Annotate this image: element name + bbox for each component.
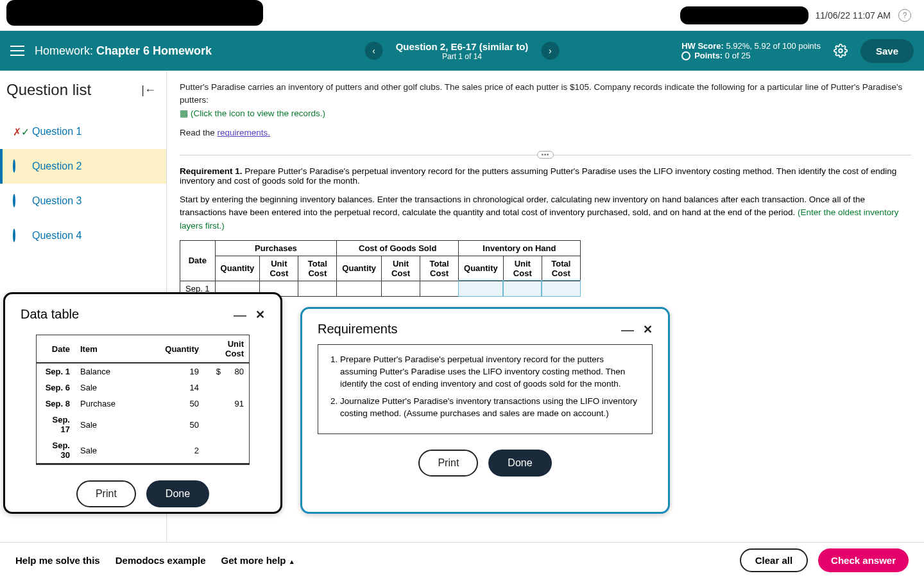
sidebar-item-question-4[interactable]: Question 4 (0, 218, 166, 253)
group-purchases: Purchases (215, 240, 337, 256)
question-title: Question 2, E6-17 (similar to) (396, 41, 529, 52)
requirement-item: Prepare Putter's Paradise's perpetual in… (340, 354, 642, 390)
cell[interactable] (382, 281, 420, 296)
col-qty: Quantity (141, 335, 204, 363)
col-header: Unit Cost (503, 256, 542, 281)
homework-prefix: Homework: (35, 44, 96, 57)
unattempted-icon (13, 195, 24, 207)
group-cogs: Cost of Goods Sold (337, 240, 459, 256)
done-button[interactable]: Done (146, 480, 209, 507)
col-unit-cost: Unit Cost (204, 335, 249, 363)
homework-name: Chapter 6 Homework (96, 44, 212, 57)
footer-bar: Help me solve this Demodocs example Get … (0, 542, 924, 578)
quantity-input[interactable] (459, 281, 504, 296)
clear-all-button[interactable]: Clear all (740, 548, 808, 572)
table-row: Sep. 1Balance19$ 80 (37, 363, 249, 380)
col-header: Total Cost (420, 256, 459, 281)
homework-title: Homework: Chapter 6 Homework (35, 44, 212, 58)
collapse-sidebar-icon[interactable]: |← (141, 83, 156, 97)
popup-title: Data table (21, 307, 79, 322)
requirement-item: Journalize Putter's Paradise's inventory… (340, 396, 642, 420)
sidebar-item-question-1[interactable]: ✗✓ Question 1 (0, 114, 166, 149)
caret-up-icon: ▲ (289, 558, 295, 565)
table-row: Sep. 30Sale2 (37, 437, 249, 464)
sidebar-title: Question list (6, 81, 91, 99)
view-records-link[interactable]: (Click the icon to view the records.) (191, 109, 325, 118)
read-requirements: Read the requirements. (180, 127, 911, 139)
col-header: Unit Cost (382, 256, 420, 281)
score-display: HW Score: 5.92%, 5.92 of 100 points Poin… (681, 41, 821, 60)
timestamp: 11/06/22 11:07 AM (815, 10, 891, 21)
unattempted-icon (13, 230, 24, 241)
settings-icon[interactable] (834, 44, 848, 58)
minimize-icon[interactable]: — (234, 312, 246, 317)
sidebar-item-question-3[interactable]: Question 3 (0, 184, 166, 218)
perpetual-inventory-table: Date Purchases Cost of Goods Sold Invent… (180, 240, 581, 297)
cell[interactable] (337, 281, 382, 296)
help-solve-link[interactable]: Help me solve this (15, 555, 100, 566)
sidebar-item-label: Question 2 (32, 161, 81, 172)
col-header: Quantity (459, 256, 504, 281)
sidebar-item-question-2[interactable]: Question 2 (0, 149, 166, 184)
table-row: Sep. 6Sale14 (37, 380, 249, 396)
sidebar-item-label: Question 4 (32, 230, 81, 241)
save-button[interactable]: Save (860, 39, 914, 63)
hw-score-label: HW Score: (681, 41, 724, 51)
requirements-link[interactable]: requirements. (218, 128, 271, 137)
print-button[interactable]: Print (76, 480, 136, 507)
col-header: Total Cost (298, 256, 337, 281)
done-button[interactable]: Done (488, 450, 551, 477)
data-table-popup: Data table — ✕ Date Item Quantity Unit C… (3, 292, 282, 514)
question-nav: ‹ Question 2, E6-17 (similar to) Part 1 … (365, 41, 560, 61)
col-header: Unit Cost (260, 256, 298, 281)
unit-cost-input[interactable] (503, 281, 542, 296)
demodocs-link[interactable]: Demodocs example (116, 555, 206, 566)
next-question-button[interactable]: › (541, 42, 559, 60)
intro-text: Putter's Paradise carries an inventory o… (180, 81, 911, 120)
question-part: Part 1 of 14 (396, 52, 529, 61)
sidebar-item-label: Question 1 (32, 126, 81, 137)
redacted-region (680, 6, 809, 24)
print-button[interactable]: Print (418, 450, 478, 477)
help-icon[interactable]: ? (898, 9, 911, 22)
unattempted-icon (13, 161, 24, 172)
partial-credit-icon: ✗✓ (13, 126, 24, 137)
svg-point-0 (839, 49, 843, 53)
more-help-dropdown[interactable]: Get more help ▲ (221, 555, 295, 566)
hw-score-value: 5.92%, 5.92 of 100 points (726, 41, 821, 51)
prev-question-button[interactable]: ‹ (365, 42, 383, 60)
instructions-text: Start by entering the beginning inventor… (180, 193, 911, 232)
cell[interactable] (420, 281, 459, 296)
close-icon[interactable]: ✕ (255, 308, 265, 322)
points-label: Points: (694, 51, 723, 60)
redacted-region (6, 0, 263, 26)
table-row: Sep. 8Purchase5091 (37, 396, 249, 412)
minimize-icon[interactable]: — (621, 327, 634, 332)
col-header: Quantity (215, 256, 260, 281)
requirements-list: Prepare Putter's Paradise's perpetual in… (318, 344, 653, 434)
close-icon[interactable]: ✕ (643, 322, 653, 337)
total-cost-input[interactable] (542, 281, 580, 296)
records-table: Date Item Quantity Unit Cost Sep. 1Balan… (37, 335, 249, 464)
cell[interactable] (298, 281, 337, 296)
top-bar: 11/06/22 11:07 AM ? (0, 0, 924, 31)
col-date: Date (37, 335, 75, 363)
points-circle-icon (681, 51, 690, 60)
points-value: 0 of 25 (725, 51, 751, 60)
assignment-header: Homework: Chapter 6 Homework ‹ Question … (0, 31, 924, 71)
col-date: Date (180, 240, 216, 281)
requirement-1: Requirement 1. Prepare Putter's Paradise… (180, 166, 911, 186)
table-icon[interactable]: ▦ (180, 109, 188, 118)
col-header: Total Cost (542, 256, 580, 281)
requirements-popup: Requirements — ✕ Prepare Putter's Paradi… (300, 307, 670, 514)
popup-title: Requirements (318, 322, 398, 337)
group-on-hand: Inventory on Hand (459, 240, 581, 256)
table-row: Sep. 17Sale50 (37, 412, 249, 437)
menu-icon[interactable] (10, 46, 24, 56)
section-divider[interactable]: ••• (537, 151, 554, 159)
col-item: Item (75, 335, 141, 363)
check-answer-button[interactable]: Check answer (818, 548, 909, 572)
col-header: Quantity (337, 256, 382, 281)
sidebar-item-label: Question 3 (32, 195, 81, 207)
